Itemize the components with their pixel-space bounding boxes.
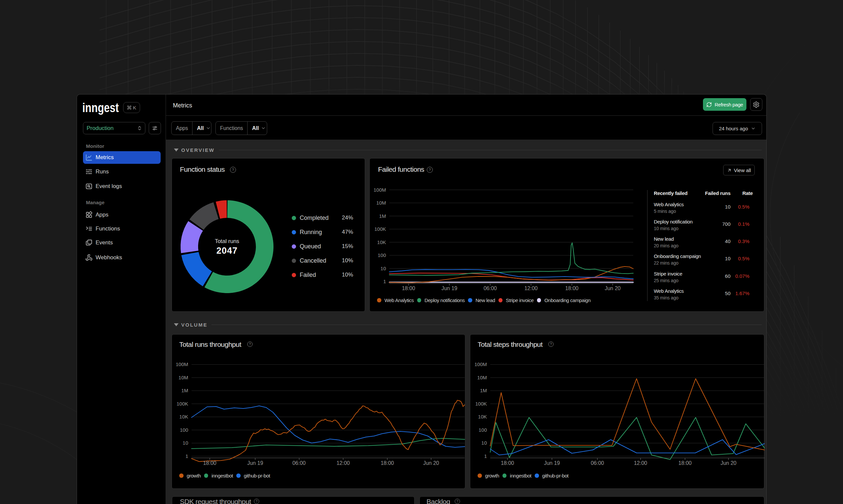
svg-text:inngest: inngest (82, 101, 119, 115)
